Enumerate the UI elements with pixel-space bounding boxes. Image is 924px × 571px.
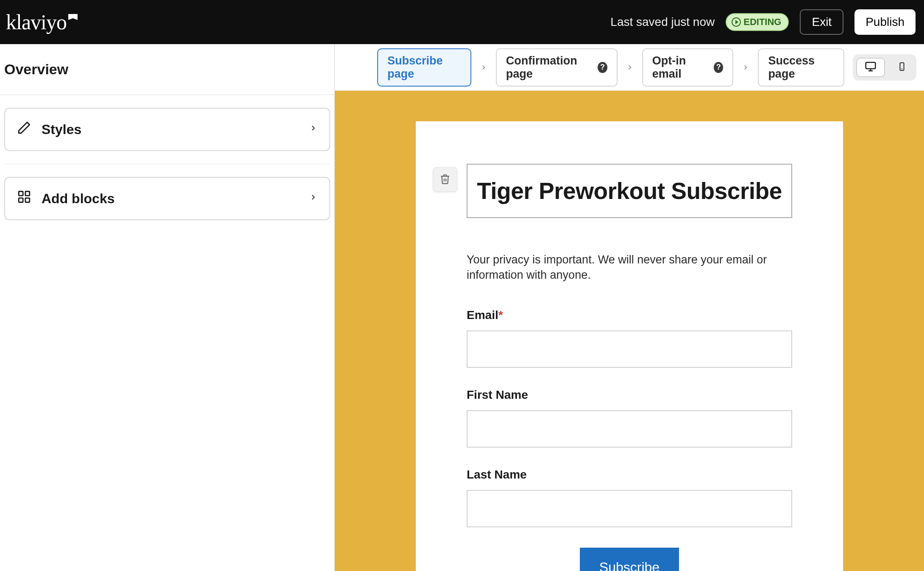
brand-flag-icon — [68, 4, 78, 28]
first-name-label: First Name — [467, 388, 792, 402]
subscribe-button[interactable]: Subscribe — [580, 548, 679, 571]
pencil-icon — [17, 120, 31, 138]
chevron-right-icon — [626, 62, 634, 73]
delete-block-button[interactable] — [433, 167, 457, 192]
preview-stage: Tiger Preworkout Subscribe Your privacy … — [335, 91, 924, 571]
first-name-input[interactable] — [467, 410, 792, 448]
desktop-preview-button[interactable] — [856, 58, 885, 77]
svg-rect-4 — [25, 198, 30, 202]
app-header: klaviyo Last saved just now EDITING Exit… — [0, 0, 924, 44]
privacy-text: Your privacy is important. We will never… — [467, 252, 792, 283]
svg-rect-5 — [866, 62, 876, 69]
last-name-label: Last Name — [467, 468, 792, 481]
chevron-right-icon — [309, 122, 317, 137]
svg-marker-0 — [68, 14, 78, 20]
mobile-icon — [897, 60, 907, 74]
play-circle-icon — [732, 17, 741, 27]
last-saved-text: Last saved just now — [610, 15, 715, 29]
email-input[interactable] — [467, 330, 792, 368]
trash-icon — [440, 174, 451, 186]
last-name-field-group: Last Name — [467, 468, 792, 527]
form-title: Tiger Preworkout Subscribe — [476, 177, 783, 204]
step-label: Opt-in email — [652, 54, 709, 81]
last-name-input[interactable] — [467, 490, 792, 527]
step-label: Subscribe page — [387, 54, 461, 81]
status-badge: EDITING — [726, 13, 789, 31]
first-name-field-group: First Name — [467, 388, 792, 448]
status-badge-label: EDITING — [743, 17, 781, 28]
email-field-group: Email* — [467, 308, 792, 368]
add-blocks-label: Add blocks — [42, 191, 114, 207]
title-block[interactable]: Tiger Preworkout Subscribe — [467, 164, 792, 218]
required-star: * — [498, 308, 503, 322]
chevron-right-icon — [742, 62, 749, 73]
styles-label: Styles — [42, 122, 81, 137]
chevron-right-icon — [309, 191, 317, 207]
styles-panel-button[interactable]: Styles — [4, 108, 330, 151]
help-icon[interactable]: ? — [598, 62, 607, 73]
form-card: Tiger Preworkout Subscribe Your privacy … — [416, 121, 843, 571]
exit-button[interactable]: Exit — [800, 9, 843, 35]
sidebar: Overview Styles — [0, 44, 335, 571]
add-blocks-panel-button[interactable]: Add blocks — [4, 177, 330, 220]
header-right: Last saved just now EDITING Exit Publish — [610, 9, 916, 35]
canvas-area: Subscribe page Confirmation page ? Opt-i… — [335, 44, 924, 571]
svg-rect-1 — [19, 191, 23, 196]
help-icon[interactable]: ? — [714, 62, 723, 73]
step-optin-email[interactable]: Opt-in email ? — [642, 48, 734, 87]
panel-separator — [4, 164, 330, 164]
svg-rect-2 — [25, 191, 30, 196]
blocks-grid-icon — [17, 190, 31, 207]
step-success-page[interactable]: Success page — [758, 48, 844, 87]
svg-rect-8 — [900, 63, 904, 70]
brand-text: klaviyo — [6, 10, 67, 34]
device-toggle — [853, 54, 916, 81]
desktop-icon — [864, 60, 877, 74]
sidebar-title: Overview — [0, 44, 334, 95]
chevron-right-icon — [480, 62, 487, 73]
mobile-preview-button[interactable] — [891, 58, 913, 77]
step-label: Confirmation page — [506, 54, 593, 81]
brand-logo: klaviyo — [6, 10, 78, 34]
main-layout: Overview Styles — [0, 44, 924, 571]
publish-button[interactable]: Publish — [854, 9, 916, 35]
step-bar: Subscribe page Confirmation page ? Opt-i… — [335, 44, 924, 91]
title-block-container[interactable]: Tiger Preworkout Subscribe — [467, 164, 792, 218]
email-label-text: Email — [467, 308, 498, 322]
step-subscribe-page[interactable]: Subscribe page — [377, 48, 471, 87]
svg-rect-3 — [19, 198, 23, 202]
email-label: Email* — [467, 308, 792, 322]
step-label: Success page — [768, 54, 834, 81]
step-confirmation-page[interactable]: Confirmation page ? — [496, 48, 618, 87]
